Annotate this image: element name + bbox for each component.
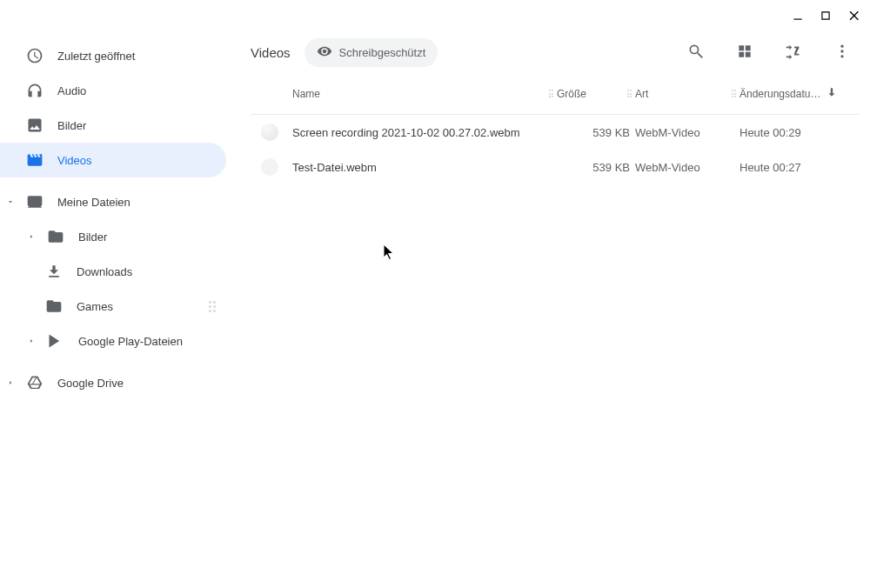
more-button[interactable] <box>825 35 860 70</box>
folder-icon <box>47 228 64 245</box>
sidebar-item-images[interactable]: Bilder <box>0 108 226 143</box>
sidebar-item-label: Downloads <box>77 265 132 278</box>
minimize-button[interactable] <box>792 10 804 22</box>
sidebar-tree-downloads[interactable]: Downloads <box>0 254 226 289</box>
svg-point-2 <box>840 50 843 52</box>
chevron-right-icon <box>21 337 42 345</box>
column-label: Name <box>292 88 320 100</box>
column-size[interactable]: Größe <box>557 88 635 100</box>
sidebar-item-label: Videos <box>57 154 92 167</box>
column-label: Änderungsdatu… <box>740 88 820 100</box>
maximize-button[interactable] <box>820 10 832 22</box>
column-date[interactable]: Änderungsdatu… <box>740 86 853 101</box>
table-row[interactable]: Screen recording 2021-10-02 00.27.02.web… <box>251 115 860 150</box>
download-icon <box>45 263 63 280</box>
close-button[interactable] <box>847 9 861 23</box>
file-kind: WebM-Video <box>635 126 740 139</box>
sidebar-item-audio[interactable]: Audio <box>0 73 226 108</box>
sidebar-item-recent[interactable]: Zuletzt geöffnet <box>0 38 226 73</box>
google-drive-icon <box>26 374 44 391</box>
video-icon <box>26 151 44 169</box>
visibility-icon <box>317 43 332 62</box>
sidebar-item-videos[interactable]: Videos <box>0 143 226 177</box>
search-button[interactable] <box>679 35 713 70</box>
sidebar-item-my-files[interactable]: Meine Dateien <box>0 184 226 219</box>
sidebar-item-label: Audio <box>57 84 86 97</box>
table-row[interactable]: Test-Datei.webm 539 KB WebM-Video Heute … <box>251 150 860 184</box>
file-kind: WebM-Video <box>635 161 740 174</box>
chevron-down-icon <box>0 197 21 206</box>
table-header: Name Größe Art Änderungsdatu… <box>251 73 860 115</box>
headphones-icon <box>26 82 44 99</box>
file-size: 539 KB <box>557 126 635 139</box>
sidebar-tree-bilder[interactable]: Bilder <box>0 219 226 254</box>
page-title: Videos <box>251 45 291 60</box>
drag-handle-icon[interactable] <box>209 301 216 312</box>
sidebar-item-label: Google Play-Dateien <box>78 335 183 348</box>
column-kind[interactable]: Art <box>635 88 740 100</box>
search-icon <box>687 43 705 63</box>
file-list: Screen recording 2021-10-02 00.27.02.web… <box>251 115 860 191</box>
sidebar-item-google-drive[interactable]: Google Drive <box>0 365 226 400</box>
svg-rect-0 <box>793 19 801 20</box>
sidebar-item-label: Bilder <box>57 119 86 132</box>
sidebar-tree-play-files[interactable]: Google Play-Dateien <box>0 324 226 358</box>
sidebar-item-label: Bilder <box>78 231 107 244</box>
readonly-chip[interactable]: Schreibgeschützt <box>304 38 438 67</box>
grid-icon <box>736 43 753 63</box>
svg-point-1 <box>840 44 843 47</box>
file-thumbnail <box>261 124 278 141</box>
column-label: Größe <box>557 88 586 100</box>
sidebar-tree-games[interactable]: Games <box>0 289 226 324</box>
google-play-icon <box>47 332 64 350</box>
sort-button[interactable] <box>776 35 811 70</box>
sidebar: Zuletzt geöffnet Audio Bilder Videos <box>0 31 233 588</box>
sidebar-item-label: Games <box>77 300 113 313</box>
column-resize-handle[interactable] <box>627 90 632 97</box>
sidebar-item-label: Zuletzt geöffnet <box>57 50 135 63</box>
folder-icon <box>45 297 63 315</box>
clock-icon <box>26 47 44 64</box>
file-date: Heute 00:27 <box>740 161 853 174</box>
more-vert-icon <box>833 43 851 63</box>
chip-label: Schreibgeschützt <box>339 46 426 59</box>
file-date: Heute 00:29 <box>740 126 853 139</box>
sidebar-item-label: Google Drive <box>57 377 124 390</box>
file-name: Screen recording 2021-10-02 00.27.02.web… <box>292 126 557 139</box>
svg-point-3 <box>840 55 843 57</box>
view-toggle-button[interactable] <box>727 35 762 70</box>
file-name: Test-Datei.webm <box>292 161 557 174</box>
chevron-right-icon <box>0 378 21 387</box>
image-icon <box>26 117 44 134</box>
file-thumbnail <box>261 158 278 176</box>
sort-alpha-icon <box>784 42 803 63</box>
toolbar: Videos Schreibgeschützt <box>251 31 860 73</box>
chevron-right-icon <box>21 232 42 241</box>
file-size: 539 KB <box>557 161 635 174</box>
column-resize-handle[interactable] <box>549 90 554 97</box>
sidebar-item-label: Meine Dateien <box>57 196 130 209</box>
column-label: Art <box>635 88 648 100</box>
column-name[interactable]: Name <box>292 88 557 100</box>
sort-desc-icon <box>826 86 838 101</box>
laptop-icon <box>26 193 44 210</box>
column-resize-handle[interactable] <box>732 90 737 97</box>
